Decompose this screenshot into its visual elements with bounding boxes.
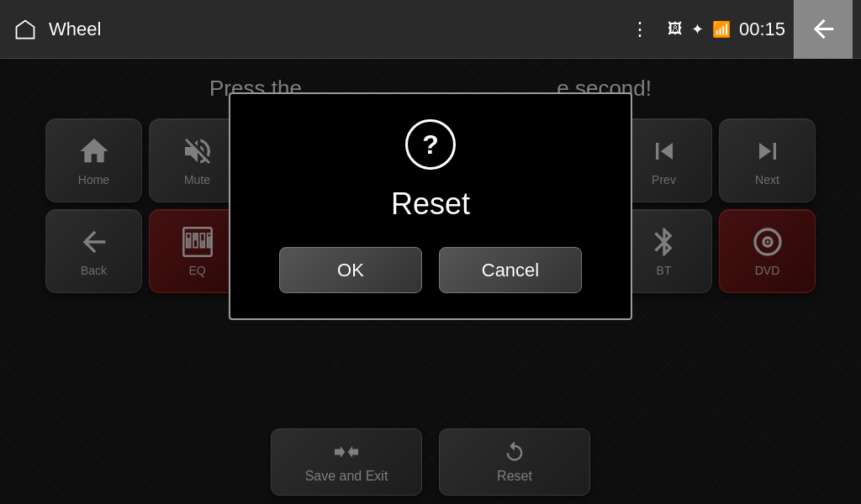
image-icon: 🖼 [668,20,683,38]
modal-cancel-button[interactable]: Cancel [439,247,582,293]
menu-dots-icon[interactable]: ⋮ [631,18,651,40]
modal-overlay: ? Reset OK Cancel [0,59,861,504]
signal-icon: 📶 [712,20,731,39]
app-title: Wheel [49,18,631,40]
modal-ok-button[interactable]: OK [279,247,422,293]
status-time: 00:15 [739,18,785,40]
back-nav-button[interactable] [794,0,853,59]
question-icon: ? [405,119,456,170]
home-status-icon [8,13,42,46]
modal-dialog: ? Reset OK Cancel [229,92,632,320]
status-icons: 🖼 ✦ 📶 [668,20,731,39]
modal-buttons: OK Cancel [279,247,582,293]
bluetooth-icon: ✦ [691,20,704,39]
status-bar: Wheel ⋮ 🖼 ✦ 📶 00:15 [0,0,861,59]
modal-title: Reset [391,186,470,222]
